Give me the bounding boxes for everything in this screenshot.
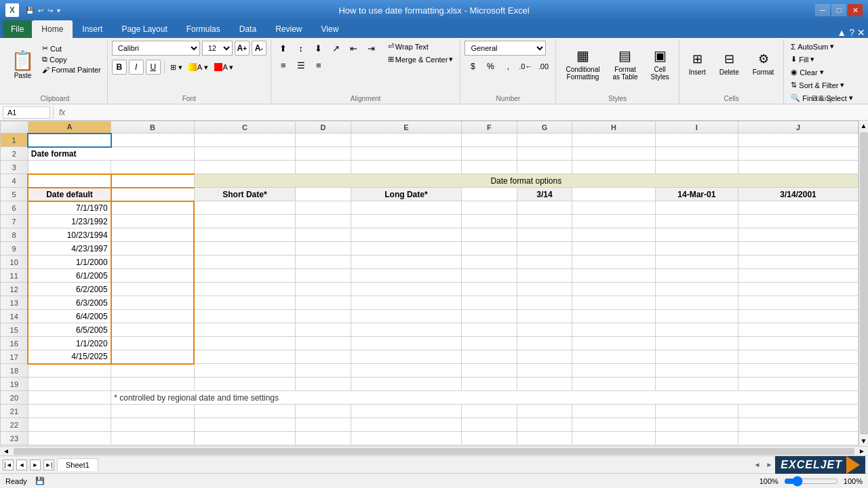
scroll-down-btn[interactable]: ▼ bbox=[859, 436, 868, 446]
cell-C8[interactable] bbox=[194, 228, 296, 242]
cell-H9[interactable] bbox=[572, 242, 655, 256]
cell-E1[interactable] bbox=[351, 134, 461, 147]
row-num-14[interactable]: 14 bbox=[1, 310, 28, 323]
delete-btn[interactable]: ⊟ Delete bbox=[714, 41, 745, 87]
col-header-E[interactable]: E bbox=[351, 121, 461, 134]
cell-D1[interactable] bbox=[296, 134, 351, 147]
cell-D8[interactable] bbox=[296, 228, 351, 242]
cell-J8[interactable] bbox=[738, 228, 859, 242]
cell-H13[interactable] bbox=[572, 296, 655, 310]
cell-J22[interactable] bbox=[738, 418, 859, 432]
cell-C5[interactable]: Short Date* bbox=[194, 188, 296, 201]
close-btn[interactable]: ✕ bbox=[848, 4, 863, 16]
tab-home[interactable]: Home bbox=[32, 20, 73, 38]
col-header-A[interactable]: A bbox=[28, 121, 111, 134]
cell-A4[interactable] bbox=[28, 174, 111, 188]
cell-I15[interactable] bbox=[655, 323, 738, 337]
cell-C4[interactable]: Date format options bbox=[194, 174, 858, 188]
align-top-btn[interactable]: ⬆ bbox=[275, 41, 292, 56]
cell-H23[interactable] bbox=[572, 432, 655, 445]
cell-F10[interactable] bbox=[462, 256, 517, 269]
borders-btn[interactable]: ⊞ ▾ bbox=[168, 62, 184, 73]
cell-A7[interactable]: 1/23/1992 bbox=[28, 215, 111, 228]
cell-E15[interactable] bbox=[351, 323, 461, 337]
percent-btn[interactable]: % bbox=[482, 59, 498, 74]
indent-decrease-btn[interactable]: ⇤ bbox=[346, 41, 362, 56]
font-size-select[interactable]: 12 bbox=[202, 41, 233, 56]
row-num-23[interactable]: 23 bbox=[1, 432, 28, 445]
cell-E19[interactable] bbox=[351, 378, 461, 391]
ribbon-collapse-btn[interactable]: ▲ bbox=[837, 27, 846, 38]
sheet-tab-1[interactable]: Sheet1 bbox=[57, 458, 98, 471]
cell-B16[interactable] bbox=[111, 337, 194, 350]
cell-C13[interactable] bbox=[194, 296, 296, 310]
cell-F13[interactable] bbox=[462, 296, 517, 310]
maximize-btn[interactable]: □ bbox=[831, 4, 846, 16]
col-header-C[interactable]: C bbox=[194, 121, 296, 134]
cell-B7[interactable] bbox=[111, 215, 194, 228]
cell-C18[interactable] bbox=[194, 364, 296, 378]
cell-H11[interactable] bbox=[572, 269, 655, 283]
number-format-select[interactable]: General bbox=[465, 41, 546, 56]
cell-I18[interactable] bbox=[655, 364, 738, 378]
cell-E17[interactable] bbox=[351, 350, 461, 364]
font-color-btn[interactable]: A ▾ bbox=[212, 62, 236, 73]
horizontal-scrollbar[interactable]: ◄ ► bbox=[0, 446, 868, 455]
cell-C7[interactable] bbox=[194, 215, 296, 228]
tab-view[interactable]: View bbox=[312, 20, 349, 38]
col-header-I[interactable]: I bbox=[655, 121, 738, 134]
cell-I1[interactable] bbox=[655, 134, 738, 147]
cut-button[interactable]: ✂ Cut bbox=[40, 43, 103, 54]
autosum-dropdown[interactable]: ▾ bbox=[830, 42, 834, 51]
cell-C11[interactable] bbox=[194, 269, 296, 283]
cell-B18[interactable] bbox=[111, 364, 194, 378]
cell-J5[interactable]: 3/14/2001 bbox=[738, 188, 859, 201]
clear-btn[interactable]: ◉ Clear ▾ bbox=[788, 66, 855, 78]
cell-G16[interactable] bbox=[517, 337, 572, 350]
cell-E2[interactable] bbox=[351, 147, 461, 161]
row-num-10[interactable]: 10 bbox=[1, 256, 28, 269]
cell-H5[interactable] bbox=[572, 188, 655, 201]
align-bottom-btn[interactable]: ⬇ bbox=[311, 41, 327, 56]
cell-F11[interactable] bbox=[462, 269, 517, 283]
row-num-7[interactable]: 7 bbox=[1, 215, 28, 228]
row-num-6[interactable]: 6 bbox=[1, 201, 28, 215]
row-num-16[interactable]: 16 bbox=[1, 337, 28, 350]
tab-page-layout[interactable]: Page Layout bbox=[112, 20, 176, 38]
cell-F23[interactable] bbox=[462, 432, 517, 445]
row-num-17[interactable]: 17 bbox=[1, 350, 28, 364]
cell-A22[interactable] bbox=[28, 418, 111, 432]
next-sheet-btn[interactable]: ► bbox=[30, 460, 41, 470]
cell-B3[interactable] bbox=[111, 161, 194, 174]
cell-D6[interactable] bbox=[296, 201, 351, 215]
cell-A2[interactable]: Date format bbox=[28, 147, 194, 161]
cell-F6[interactable] bbox=[462, 201, 517, 215]
decrease-decimal-btn[interactable]: .0← bbox=[517, 59, 534, 74]
cell-C16[interactable] bbox=[194, 337, 296, 350]
increase-decimal-btn[interactable]: .00 bbox=[535, 59, 551, 74]
h-scroll-thumb[interactable] bbox=[14, 448, 854, 455]
cell-A15[interactable]: 6/5/2005 bbox=[28, 323, 111, 337]
cell-D16[interactable] bbox=[296, 337, 351, 350]
cell-G8[interactable] bbox=[517, 228, 572, 242]
cell-I23[interactable] bbox=[655, 432, 738, 445]
cell-E5[interactable]: Long Date* bbox=[351, 188, 461, 201]
paste-button[interactable]: 📋 Paste bbox=[7, 41, 39, 88]
cell-F16[interactable] bbox=[462, 337, 517, 350]
cell-A5[interactable]: Date default bbox=[28, 188, 111, 201]
scroll-left-btn[interactable]: ◄ bbox=[0, 446, 12, 456]
cell-F3[interactable] bbox=[462, 161, 517, 174]
cell-D5[interactable] bbox=[296, 188, 351, 201]
cell-E3[interactable] bbox=[351, 161, 461, 174]
cell-J14[interactable] bbox=[738, 310, 859, 323]
cell-B21[interactable] bbox=[111, 405, 194, 418]
first-sheet-btn[interactable]: |◄ bbox=[3, 460, 14, 470]
cell-I5[interactable]: 14-Mar-01 bbox=[655, 188, 738, 201]
cell-D19[interactable] bbox=[296, 378, 351, 391]
cell-styles-btn[interactable]: ▣ CellStyles bbox=[646, 41, 675, 87]
cell-G12[interactable] bbox=[517, 283, 572, 296]
cell-C17[interactable] bbox=[194, 350, 296, 364]
sort-dropdown[interactable]: ▾ bbox=[840, 81, 844, 89]
dropdown-qa-btn[interactable]: ▾ bbox=[56, 5, 62, 16]
cell-J13[interactable] bbox=[738, 296, 859, 310]
